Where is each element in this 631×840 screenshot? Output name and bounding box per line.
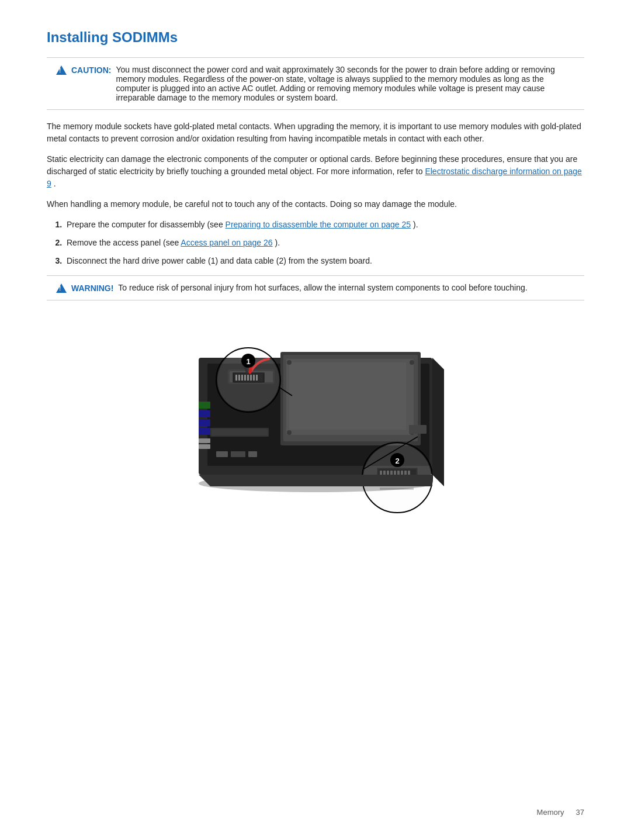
step-1: Prepare the computer for disassembly (se…	[64, 219, 584, 231]
svg-rect-21	[216, 451, 228, 457]
footer-page-number: 37	[576, 808, 584, 817]
svg-rect-28	[235, 375, 237, 381]
svg-rect-19	[199, 444, 210, 449]
diagram-container: 1 2	[47, 311, 584, 533]
step-2-link[interactable]: Access panel on page 26	[181, 238, 272, 247]
page-title: Installing SODIMMs	[47, 29, 584, 46]
step-1-text: Prepare the computer for disassembly (se…	[67, 220, 223, 229]
svg-rect-32	[247, 375, 249, 381]
svg-rect-17	[199, 428, 210, 435]
svg-rect-20	[409, 425, 427, 434]
footer-section: Memory	[537, 808, 564, 817]
svg-rect-14	[199, 402, 210, 409]
svg-rect-33	[250, 375, 252, 381]
warning-label: WARNING!	[71, 284, 113, 293]
svg-text:1: 1	[246, 357, 250, 366]
step-3: Disconnect the hard drive power cable (1…	[64, 255, 584, 267]
svg-rect-35	[256, 375, 258, 381]
svg-text:2: 2	[395, 457, 399, 465]
svg-rect-23	[248, 451, 257, 457]
warning-text: To reduce risk of personal injury from h…	[118, 283, 527, 292]
svg-rect-30	[241, 375, 243, 381]
svg-rect-13	[212, 429, 268, 435]
svg-rect-18	[199, 438, 210, 443]
step-2: Remove the access panel (see Access pane…	[64, 237, 584, 249]
caution-text: You must disconnect the power cord and w…	[116, 65, 575, 102]
svg-rect-31	[244, 375, 246, 381]
step-1-suffix: ).	[413, 220, 418, 229]
page-footer: Memory 37	[537, 808, 584, 817]
step-1-link[interactable]: Preparing to disassemble the computer on…	[226, 220, 411, 229]
svg-rect-34	[253, 375, 255, 381]
caution-label: CAUTION:	[71, 65, 111, 75]
svg-rect-22	[231, 451, 245, 457]
step-2-text: Remove the access panel (see	[67, 238, 179, 247]
steps-list: Prepare the computer for disassembly (se…	[64, 219, 584, 267]
warning-box: WARNING! To reduce risk of personal inju…	[47, 275, 584, 300]
warning-triangle-icon	[56, 284, 67, 293]
paragraph-handling: When handling a memory module, be carefu…	[47, 198, 584, 210]
hardware-diagram: 1 2	[164, 311, 467, 533]
svg-rect-16	[199, 419, 210, 426]
svg-rect-15	[199, 410, 210, 417]
svg-point-7	[410, 360, 414, 365]
svg-rect-5	[289, 362, 406, 430]
caution-triangle-icon	[56, 65, 67, 75]
paragraph-memory-contacts: The memory module sockets have gold-plat…	[47, 120, 584, 145]
static-text-after-link: .	[54, 179, 56, 188]
svg-rect-29	[238, 375, 240, 381]
svg-point-8	[287, 430, 292, 435]
step-2-suffix: ).	[275, 238, 280, 247]
paragraph-static: Static electricity can damage the electr…	[47, 153, 584, 190]
svg-point-6	[287, 360, 292, 365]
step-3-text: Disconnect the hard drive power cable (1…	[67, 256, 372, 265]
caution-box: CAUTION: You must disconnect the power c…	[47, 57, 584, 110]
